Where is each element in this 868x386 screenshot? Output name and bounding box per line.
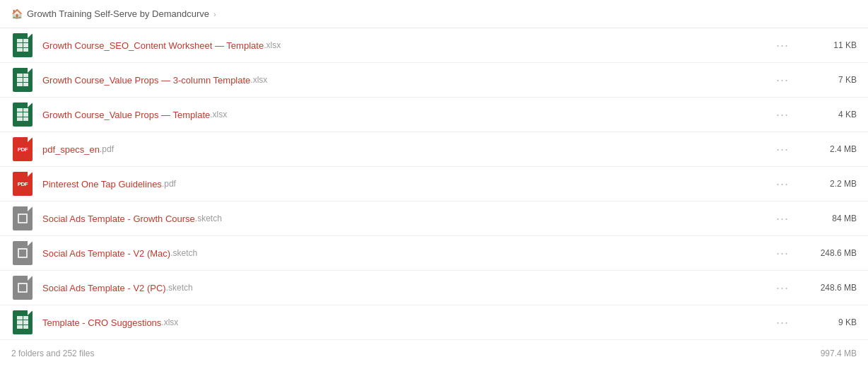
more-options-dots[interactable]: ··· [776, 211, 789, 226]
file-name-main: Social Ads Template - Growth Course [42, 214, 195, 224]
xlsx-icon [13, 68, 33, 92]
more-options-dots[interactable]: ··· [776, 73, 789, 88]
file-icon-wrapper [11, 34, 34, 57]
file-name: Social Ads Template - Growth Course.sket… [42, 214, 776, 224]
breadcrumb-text[interactable]: Growth Training Self-Serve by Demandcurv… [27, 8, 209, 19]
pdf-icon: PDF [13, 172, 33, 196]
more-options-dots[interactable]: ··· [776, 246, 789, 261]
sketch-icon [13, 276, 33, 300]
file-actions-menu[interactable]: ··· [776, 38, 789, 53]
file-name-ext: .sketch [195, 214, 222, 223]
file-size: 2.2 MB [800, 179, 857, 189]
file-name-main: Social Ads Template - V2 (PC) [42, 283, 166, 293]
file-row[interactable]: Growth Course_Value Props — 3-column Tem… [0, 63, 868, 98]
file-name: Template - CRO Suggestions.xlsx [42, 317, 776, 328]
file-name-main: Social Ads Template - V2 (Mac) [42, 248, 170, 259]
more-options-dots[interactable]: ··· [776, 315, 789, 330]
footer: 2 folders and 252 files 997.4 MB [0, 340, 868, 367]
file-row[interactable]: Growth Course_Value Props — Template.xls… [0, 98, 868, 132]
file-name-main: Pinterest One Tap Guidelines [42, 179, 162, 189]
file-actions-menu[interactable]: ··· [776, 73, 789, 88]
file-name-ext: .xlsx [161, 317, 178, 327]
file-icon-wrapper [11, 103, 34, 126]
file-name-ext: .pdf [100, 144, 114, 154]
file-name: Social Ads Template - V2 (Mac).sketch [42, 248, 776, 259]
xlsx-icon [13, 310, 33, 334]
file-name-main: Growth Course_SEO_Content Worksheet — Te… [42, 40, 264, 51]
more-options-dots[interactable]: ··· [776, 38, 789, 53]
file-name: pdf_specs_en.pdf [42, 144, 776, 155]
file-name: Growth Course_SEO_Content Worksheet — Te… [42, 40, 776, 51]
file-name-ext: .sketch [170, 248, 197, 258]
xlsx-icon [13, 103, 33, 127]
file-name-ext: .xlsx [210, 110, 227, 119]
file-size: 248.6 MB [800, 283, 857, 293]
sketch-icon [13, 241, 33, 265]
file-row[interactable]: Template - CRO Suggestions.xlsx ··· 9 KB [0, 305, 868, 340]
file-name-ext: .pdf [162, 179, 176, 189]
footer-total-size: 997.4 MB [821, 349, 857, 358]
file-icon-wrapper [11, 69, 34, 91]
file-name: Social Ads Template - V2 (PC).sketch [42, 283, 776, 293]
footer-summary: 2 folders and 252 files [11, 349, 94, 358]
more-options-dots[interactable]: ··· [776, 142, 789, 157]
file-icon-wrapper [11, 311, 34, 334]
file-size: 84 MB [800, 214, 857, 223]
file-size: 7 KB [800, 75, 857, 85]
file-row[interactable]: Social Ads Template - Growth Course.sket… [0, 201, 868, 236]
file-icon-wrapper [11, 242, 34, 264]
file-row[interactable]: PDF Pinterest One Tap Guidelines.pdf ···… [0, 167, 868, 201]
more-options-dots[interactable]: ··· [776, 281, 789, 296]
file-name-main: Growth Course_Value Props — 3-column Tem… [42, 75, 250, 86]
file-name-ext: .xlsx [264, 40, 281, 50]
breadcrumb: 🏠 Growth Training Self-Serve by Demandcu… [0, 0, 868, 28]
file-name-ext: .xlsx [250, 75, 267, 85]
file-actions-menu[interactable]: ··· [776, 177, 789, 192]
file-row[interactable]: PDF pdf_specs_en.pdf ··· 2.4 MB [0, 132, 868, 167]
xlsx-icon [13, 33, 33, 57]
file-actions-menu[interactable]: ··· [776, 281, 789, 296]
file-actions-menu[interactable]: ··· [776, 211, 789, 226]
file-actions-menu[interactable]: ··· [776, 315, 789, 330]
file-row[interactable]: Social Ads Template - V2 (Mac).sketch ··… [0, 236, 868, 271]
file-row[interactable]: Social Ads Template - V2 (PC).sketch ···… [0, 271, 868, 305]
file-icon-wrapper: PDF [11, 172, 34, 195]
file-icon-wrapper [11, 276, 34, 299]
file-name-main: Template - CRO Suggestions [42, 317, 161, 328]
file-size: 9 KB [800, 317, 857, 327]
sketch-icon [13, 206, 33, 230]
file-name-main: Growth Course_Value Props — Template [42, 110, 210, 120]
file-list: Growth Course_SEO_Content Worksheet — Te… [0, 28, 868, 340]
more-options-dots[interactable]: ··· [776, 177, 789, 192]
file-name: Growth Course_Value Props — 3-column Tem… [42, 75, 776, 86]
more-options-dots[interactable]: ··· [776, 107, 789, 122]
home-icon: 🏠 [11, 8, 23, 19]
file-actions-menu[interactable]: ··· [776, 246, 789, 261]
file-row[interactable]: Growth Course_SEO_Content Worksheet — Te… [0, 28, 868, 63]
file-size: 2.4 MB [800, 144, 857, 154]
file-size: 248.6 MB [800, 248, 857, 258]
file-size: 11 KB [800, 40, 857, 50]
file-size: 4 KB [800, 110, 857, 119]
file-name-ext: .sketch [166, 283, 193, 293]
file-actions-menu[interactable]: ··· [776, 142, 789, 157]
file-icon-wrapper [11, 207, 34, 230]
pdf-icon: PDF [13, 137, 33, 161]
file-name-main: pdf_specs_en [42, 144, 100, 155]
file-name: Growth Course_Value Props — Template.xls… [42, 110, 776, 120]
chevron-icon: › [213, 10, 216, 18]
file-name: Pinterest One Tap Guidelines.pdf [42, 179, 776, 189]
file-actions-menu[interactable]: ··· [776, 107, 789, 122]
file-icon-wrapper: PDF [11, 138, 34, 160]
